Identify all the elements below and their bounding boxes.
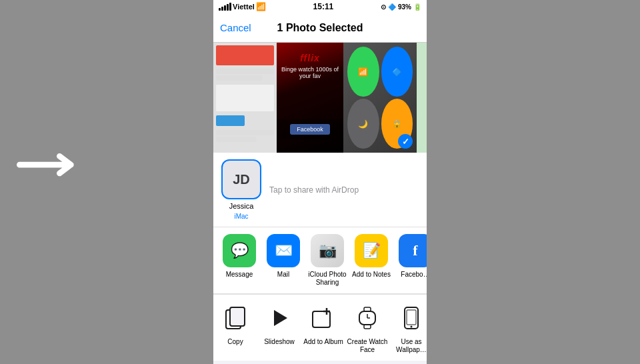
share-label-icloud: iCloud Photo Sharing xyxy=(305,271,349,287)
airdrop-person[interactable]: JD Jessica iMac xyxy=(221,159,261,220)
battery-percent: 93% xyxy=(398,3,411,11)
phone-frame: Viettel 📶 15:11 ⊙ 🔷 93% 🔋 Cancel 1 Photo… xyxy=(213,0,427,364)
share-label-facebook: Facebo… xyxy=(401,271,427,279)
flash-label: fflix xyxy=(300,53,320,63)
status-right: ⊙ 🔷 93% 🔋 xyxy=(381,3,421,11)
share-item-icloud[interactable]: 📷 iCloud Photo Sharing xyxy=(305,234,349,287)
share-item-notes[interactable]: 📝 Add to Notes xyxy=(349,234,393,287)
wallpaper-icon xyxy=(395,301,427,335)
airdrop-scroll: JD Jessica iMac Tap to share with AirDro… xyxy=(213,153,427,227)
svg-rect-12 xyxy=(407,310,416,325)
facebook-icon: f xyxy=(399,234,427,267)
action-label-slideshow: Slideshow xyxy=(264,338,295,346)
arrow-pointer xyxy=(17,153,97,196)
signal-bars xyxy=(219,3,231,11)
cc-wifi-btn: 📶 xyxy=(347,47,379,97)
bluetooth-icon: 🔷 xyxy=(388,3,396,11)
cc-bt-btn: 🔷 xyxy=(381,47,413,97)
action-row: Copy Slideshow Add to Album xyxy=(213,295,427,361)
signal-bar-3 xyxy=(224,5,226,11)
copy-icon xyxy=(219,301,252,335)
signal-bar-5 xyxy=(229,3,231,11)
notes-icon: 📝 xyxy=(355,234,388,267)
mail-icon: ✉️ xyxy=(267,234,300,267)
slideshow-icon xyxy=(263,301,296,335)
photo-thumb-1[interactable] xyxy=(213,43,277,153)
page-title: 1 Photo Selected xyxy=(277,22,363,34)
action-label-copy: Copy xyxy=(227,338,243,346)
signal-bar-4 xyxy=(227,4,229,11)
svg-point-13 xyxy=(411,326,413,328)
airdrop-section: JD Jessica iMac Tap to share with AirDro… xyxy=(213,153,427,227)
action-item-watch-face[interactable]: Create Watch Face xyxy=(345,301,389,354)
action-label-wallpaper: Use as Wallpap… xyxy=(389,338,427,354)
action-label-add-album: Add to Album xyxy=(303,338,343,346)
signal-bar-1 xyxy=(219,8,221,11)
photo-thumb-2[interactable]: fflix Binge watch 1000s of your fav Face… xyxy=(277,43,343,153)
signal-bar-2 xyxy=(221,7,223,11)
photo-strip: fflix Binge watch 1000s of your fav Face… xyxy=(213,43,427,153)
share-row: 💬 Message ✉️ Mail 📷 iCloud Photo Sharing… xyxy=(213,227,427,294)
top-bar: Cancel 1 Photo Selected xyxy=(213,13,427,43)
wifi-icon: 📶 xyxy=(256,2,266,11)
share-item-facebook[interactable]: f Facebo… xyxy=(393,234,427,287)
airdrop-hint: Tap to share with AirDrop xyxy=(267,185,359,195)
share-item-message[interactable]: 💬 Message xyxy=(217,234,261,287)
photo-thumb-4-partial xyxy=(417,43,427,153)
airdrop-avatar: JD xyxy=(221,159,261,199)
icloud-icon: 📷 xyxy=(311,234,344,267)
svg-marker-2 xyxy=(274,310,287,326)
action-item-slideshow[interactable]: Slideshow xyxy=(257,301,301,354)
share-label-mail: Mail xyxy=(277,271,289,279)
status-bar: Viettel 📶 15:11 ⊙ 🔷 93% 🔋 xyxy=(213,0,427,13)
location-icon: ⊙ xyxy=(381,3,386,11)
share-item-mail[interactable]: ✉️ Mail xyxy=(261,234,305,287)
selected-check: ✓ xyxy=(398,134,413,149)
message-icon: 💬 xyxy=(223,234,256,267)
battery-icon: 🔋 xyxy=(413,3,421,11)
photo-thumb-3[interactable]: 📶 🔷 🌙 🔒 ✓ xyxy=(343,43,417,153)
share-label-message: Message xyxy=(226,271,253,279)
action-item-wallpaper[interactable]: Use as Wallpap… xyxy=(389,301,427,354)
svg-rect-1 xyxy=(230,307,245,326)
carrier-label: Viettel xyxy=(233,3,255,11)
watch-face-icon xyxy=(351,301,384,335)
cc-moon-btn: 🌙 xyxy=(347,99,379,149)
airdrop-person-name: Jessica xyxy=(229,202,254,210)
cancel-button[interactable]: Cancel xyxy=(220,22,251,33)
airdrop-person-device: iMac xyxy=(234,213,248,220)
status-left: Viettel 📶 xyxy=(219,2,266,11)
share-label-notes: Add to Notes xyxy=(352,271,391,279)
action-label-watch-face: Create Watch Face xyxy=(345,338,389,354)
add-album-icon xyxy=(307,301,340,335)
time-display: 15:11 xyxy=(313,2,334,11)
action-item-copy[interactable]: Copy xyxy=(213,301,257,354)
action-item-add-album[interactable]: Add to Album xyxy=(301,301,345,354)
